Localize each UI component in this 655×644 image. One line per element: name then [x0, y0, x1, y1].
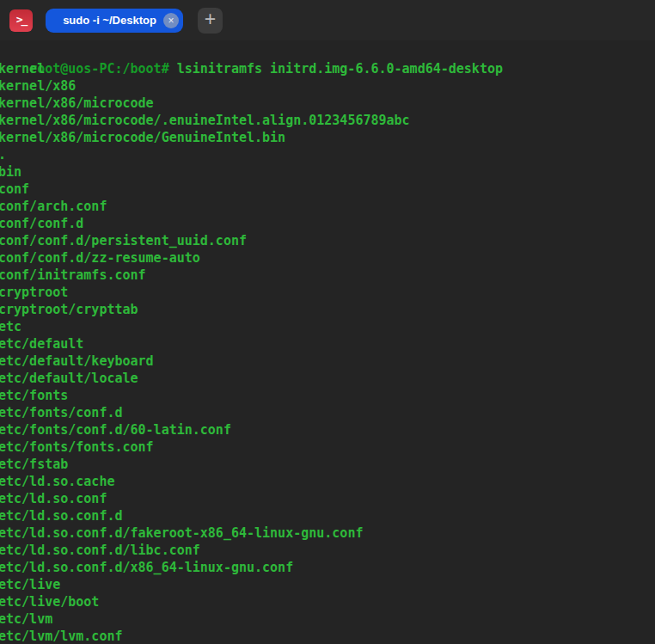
terminal-output-line: conf/conf.d/zz-resume-auto: [0, 249, 655, 267]
terminal-output-line: etc/ld.so.conf.d: [0, 507, 655, 524]
terminal-output-line: etc/live: [0, 576, 655, 593]
terminal-output: kernelkernel/x86kernel/x86/microcodekern…: [0, 60, 655, 644]
terminal-output-line: cryptroot/crypttab: [0, 301, 655, 318]
terminal-output-line: etc/ld.so.conf.d/fakeroot-x86_64-linux-g…: [0, 524, 655, 542]
terminal-output-line: etc/default/keyboard: [0, 353, 655, 370]
terminal-output-line: conf: [0, 181, 655, 198]
terminal-output-line: kernel/x86/microcode/GenuineIntel.bin: [0, 129, 655, 146]
terminal-output-line: .: [0, 146, 655, 163]
terminal-output-line: conf/conf.d: [0, 215, 655, 232]
terminal-output-line: etc/fonts: [0, 387, 655, 404]
terminal-output-line: etc/ld.so.conf: [0, 490, 655, 507]
tab-title: sudo -i ~/Desktop: [58, 14, 162, 27]
terminal-output-line: cryptroot: [0, 284, 655, 301]
terminal-app-icon: >_: [9, 9, 33, 32]
terminal-output-line: etc/default: [0, 335, 655, 353]
terminal-output-line: etc/fonts/fonts.conf: [0, 439, 655, 456]
terminal-output-line: bin: [0, 163, 655, 181]
shell-prompt: root@uos-PC:/boot#: [29, 61, 169, 77]
new-tab-button[interactable]: +: [198, 8, 223, 34]
terminal-output-line: etc/lvm: [0, 610, 655, 628]
terminal-output-line: etc/ld.so.cache: [0, 473, 655, 490]
terminal-output-line: etc/fstab: [0, 456, 655, 473]
terminal-output-line: etc/default/locale: [0, 370, 655, 387]
terminal-output-line: etc/fonts/conf.d: [0, 404, 655, 421]
terminal-output-line: etc/fonts/conf.d/60-latin.conf: [0, 421, 655, 439]
shell-command: lsinitramfs initrd.img-6.6.0-amd64-deskt…: [177, 61, 503, 77]
terminal-output-line: etc/ld.so.conf.d/x86_64-linux-gnu.conf: [0, 559, 655, 576]
terminal-output-line: conf/arch.conf: [0, 198, 655, 215]
terminal-screen[interactable]: root@uos-PC:/boot#lsinitramfs initrd.img…: [0, 40, 655, 644]
close-icon: ×: [168, 15, 174, 27]
terminal-output-line: conf/initramfs.conf: [0, 267, 655, 284]
terminal-prompt-line: root@uos-PC:/boot#lsinitramfs initrd.img…: [0, 43, 655, 60]
terminal-output-line: kernel/x86/microcode/.enuineIntel.align.…: [0, 112, 655, 129]
terminal-output-line: conf/conf.d/persistent_uuid.conf: [0, 232, 655, 249]
tab-sudo-desktop[interactable]: sudo -i ~/Desktop ×: [46, 9, 183, 33]
terminal-output-line: etc/lvm/lvm.conf: [0, 628, 655, 644]
terminal-output-line: kernel/x86: [0, 77, 655, 95]
tab-close-button[interactable]: ×: [163, 13, 179, 28]
terminal-output-line: etc/live/boot: [0, 593, 655, 610]
terminal-output-line: etc: [0, 318, 655, 335]
terminal-output-line: etc/ld.so.conf.d/libc.conf: [0, 542, 655, 559]
tab-bar: >_ sudo -i ~/Desktop × +: [0, 0, 655, 40]
terminal-output-line: kernel/x86/microcode: [0, 95, 655, 112]
terminal-prompt-glyph-icon: >_: [16, 13, 27, 26]
plus-icon: +: [205, 9, 216, 29]
